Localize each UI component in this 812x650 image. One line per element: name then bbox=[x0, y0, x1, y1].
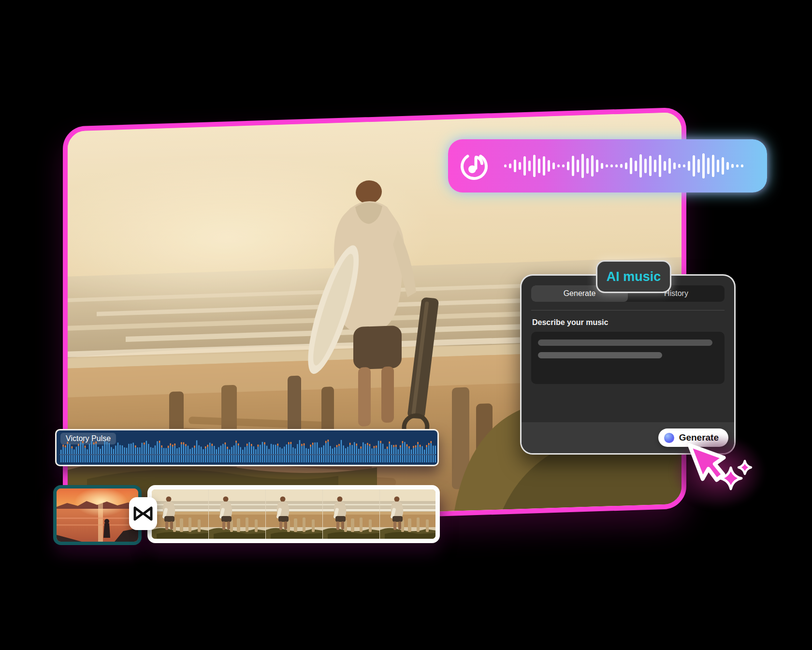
music-prompt-input[interactable] bbox=[531, 332, 725, 384]
filmstrip-frame-art bbox=[380, 489, 436, 539]
audio-waveform-pill bbox=[448, 139, 767, 192]
music-note-icon bbox=[459, 150, 490, 181]
filmstrip-frame bbox=[266, 489, 323, 539]
ai-orb-icon bbox=[664, 433, 674, 443]
audio-track-clip[interactable]: Victory Pulse bbox=[55, 429, 439, 466]
transition-icon[interactable] bbox=[129, 497, 157, 530]
filmstrip-frame bbox=[437, 489, 440, 539]
panel-divider bbox=[531, 310, 725, 310]
filmstrip-frame bbox=[380, 489, 437, 539]
ai-music-badge: AI music bbox=[596, 260, 671, 293]
filmstrip-frame-art bbox=[209, 489, 265, 539]
sunset-thumbnail-art bbox=[57, 488, 138, 542]
transition-glyph bbox=[133, 504, 153, 523]
prompt-skeleton-line bbox=[538, 340, 712, 346]
audio-track-waveform bbox=[59, 439, 437, 463]
filmstrip-frame bbox=[209, 489, 266, 539]
ai-music-badge-label: AI music bbox=[607, 269, 661, 284]
audio-waveform-bars bbox=[504, 147, 748, 185]
filmstrip-frame-art bbox=[152, 489, 208, 539]
video-filmstrip[interactable] bbox=[147, 485, 440, 543]
describe-your-music-label: Describe your music bbox=[532, 318, 724, 327]
filmstrip-frame-art bbox=[323, 489, 379, 539]
filmstrip-frame-art bbox=[266, 489, 322, 539]
prompt-skeleton-line bbox=[538, 352, 662, 358]
filmstrip-frame bbox=[323, 489, 380, 539]
sunset-clip-thumbnail[interactable] bbox=[53, 485, 142, 545]
ai-music-panel: Generate History Describe your music Gen… bbox=[520, 274, 736, 455]
filmstrip-frame-art bbox=[437, 489, 440, 539]
filmstrip-frame bbox=[152, 489, 209, 539]
sparkle-icons bbox=[714, 457, 763, 501]
